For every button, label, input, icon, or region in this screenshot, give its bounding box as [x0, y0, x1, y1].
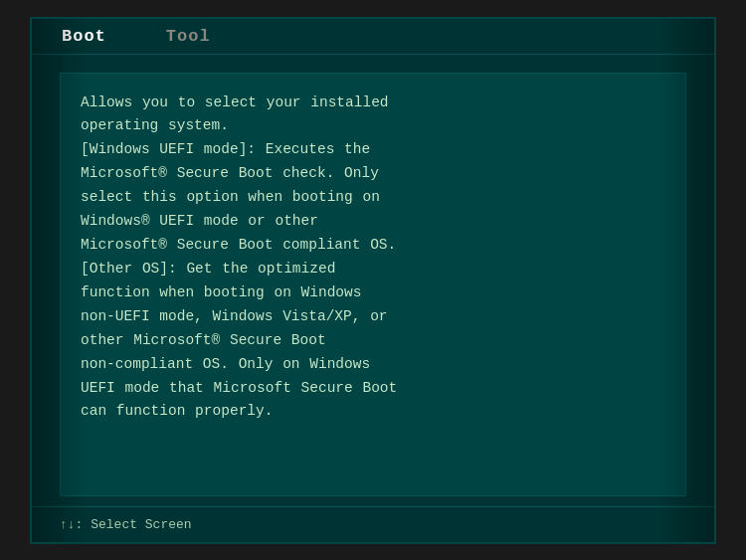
bottom-bar: ↑↓: Select Screen	[32, 506, 714, 542]
bios-screen: Boot Tool Allows you to select your inst…	[30, 17, 716, 544]
content-area: Allows you to select your installed oper…	[32, 55, 714, 506]
description-text: Allows you to select your installed oper…	[81, 92, 665, 425]
menu-item-boot[interactable]: Boot	[62, 27, 106, 46]
menu-item-tool[interactable]: Tool	[166, 27, 211, 46]
select-screen-hint: ↑↓: Select Screen	[60, 517, 192, 532]
description-box: Allows you to select your installed oper…	[60, 73, 686, 496]
menu-bar: Boot Tool	[32, 19, 714, 55]
